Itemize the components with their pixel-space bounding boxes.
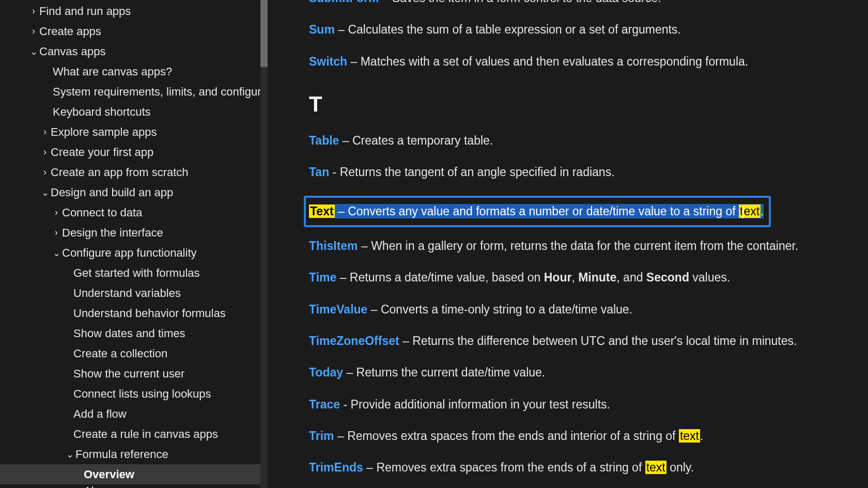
nav-item-label: Show dates and times	[72, 327, 185, 340]
nav-list: ›Find and run apps›Create apps⌄Canvas ap…	[0, 1, 268, 488]
nav-item-label: Add a flow	[72, 407, 127, 421]
entry-desc: – When in a gallery or form, returns the…	[358, 239, 799, 253]
fn-link-time[interactable]: Time	[309, 271, 336, 284]
fn-link-timevalue[interactable]: TimeValue	[309, 303, 367, 316]
highlight-text-trimends: text	[645, 461, 667, 474]
nav-item-label: Configure app functionality	[61, 246, 197, 260]
entry-text-selected: Text – Converts any value and formats a …	[304, 196, 771, 227]
nav-item[interactable]: ›Create apps	[0, 21, 268, 41]
chevron-right-icon[interactable]: ›	[40, 127, 50, 137]
nav-item[interactable]: What are canvas apps?	[0, 61, 268, 82]
chevron-right-icon[interactable]: ›	[29, 26, 38, 37]
nav-item[interactable]: Add a flow	[0, 404, 268, 424]
nav-item[interactable]: ›Create an app from scratch	[0, 162, 268, 182]
nav-item[interactable]: Show dates and times	[0, 323, 268, 343]
nav-item[interactable]: ›Create your first app	[0, 142, 268, 162]
nav-item[interactable]: Understand variables	[0, 283, 268, 303]
entry-text-selection: – Converts any value and formats a numbe…	[335, 204, 764, 218]
nav-item-label: Connect to data	[61, 206, 142, 219]
entry-desc: – Returns the difference between UTC and…	[399, 334, 797, 348]
fn-link-timezoneoffset[interactable]: TimeZoneOffset	[309, 334, 399, 348]
nav-item-label: Formula reference	[74, 448, 168, 461]
nav-item[interactable]: Abs	[0, 484, 268, 488]
nav-item-label: Show the current user	[72, 367, 184, 381]
nav-item[interactable]: ⌄Design and build an app	[0, 182, 268, 202]
sidebar-scroll[interactable]: ›Find and run apps›Create apps⌄Canvas ap…	[0, 1, 268, 488]
nav-item[interactable]: ⌄Formula reference	[0, 444, 268, 464]
chevron-down-icon[interactable]: ⌄	[40, 187, 50, 198]
entry-desc: – Converts a time-only string to a date/…	[367, 303, 632, 316]
entry-trim: Trim – Removes extra spaces from the end…	[309, 428, 853, 445]
fn-link-switch[interactable]: Switch	[309, 55, 347, 68]
entry-submitform: SubmitForm – Saves the item in a form co…	[309, 0, 853, 7]
entry-tan: Tan - Returns the tangent of an angle sp…	[309, 164, 853, 181]
nav-item[interactable]: Overview	[0, 464, 268, 484]
chevron-down-icon[interactable]: ⌄	[52, 247, 61, 259]
entry-today: Today – Returns the current date/time va…	[309, 364, 853, 381]
entry-thisitem: ThisItem – When in a gallery or form, re…	[309, 238, 853, 255]
nav-item[interactable]: ⌄Canvas apps	[0, 41, 268, 61]
nav-item-label: Canvas apps	[38, 45, 105, 58]
section-heading-t: T	[309, 92, 853, 117]
entry-desc: – Returns the current date/time value.	[343, 366, 545, 379]
entry-desc: – Matches with a set of values and then …	[347, 55, 748, 68]
fn-link-sum[interactable]: Sum	[309, 23, 335, 36]
fn-link-today[interactable]: Today	[309, 366, 343, 379]
nav-item[interactable]: ›Design the interface	[0, 223, 268, 243]
nav-item[interactable]: ›Connect to data	[0, 202, 268, 223]
entry-desc: – Saves the item in a form control to th…	[379, 0, 661, 5]
entry-desc: – Removes extra spaces from the ends and…	[334, 429, 704, 443]
chevron-right-icon[interactable]: ›	[52, 207, 61, 218]
nav-item-label: Create your first app	[50, 146, 153, 159]
nav-item[interactable]: Create a rule in canvas apps	[0, 424, 268, 444]
entry-switch: Switch – Matches with a set of values an…	[309, 53, 853, 70]
nav-item[interactable]: Connect lists using lookups	[0, 384, 268, 404]
nav-item[interactable]: Create a collection	[0, 343, 268, 364]
entry-trimends: TrimEnds – Removes extra spaces from the…	[309, 459, 853, 476]
nav-item-label: Create a rule in canvas apps	[72, 428, 218, 441]
chevron-right-icon[interactable]: ›	[29, 6, 38, 17]
nav-item[interactable]: System requirements, limits, and configu…	[0, 82, 268, 102]
nav-item[interactable]: Get started with formulas	[0, 263, 268, 283]
fn-link-tan[interactable]: Tan	[309, 165, 329, 179]
nav-item-label: Design and build an app	[50, 186, 173, 199]
nav-item-label: Get started with formulas	[72, 266, 200, 280]
sidebar-nav: ›Find and run apps›Create apps⌄Canvas ap…	[0, 0, 268, 488]
fn-link-trace[interactable]: Trace	[309, 398, 340, 411]
fn-link-table[interactable]: Table	[309, 134, 339, 147]
nav-item-label: Create an app from scratch	[50, 166, 189, 179]
chevron-down-icon[interactable]: ⌄	[29, 46, 38, 57]
chevron-right-icon[interactable]: ›	[40, 147, 50, 158]
fn-link-thisitem[interactable]: ThisItem	[309, 239, 358, 253]
nav-item[interactable]: ›Find and run apps	[0, 1, 268, 21]
nav-item-label: Keyboard shortcuts	[52, 105, 151, 119]
entry-desc: – Returns a date/time value, based on Ho…	[336, 271, 730, 284]
entry-sum: Sum – Calculates the sum of a table expr…	[309, 21, 853, 38]
sidebar-scrollbar-track[interactable]	[260, 0, 268, 488]
chevron-right-icon[interactable]: ›	[52, 227, 61, 238]
chevron-right-icon[interactable]: ›	[40, 167, 50, 178]
nav-item-label: System requirements, limits, and configu…	[52, 85, 268, 99]
nav-item-label: Connect lists using lookups	[72, 387, 211, 401]
nav-item-label: Understand behavior formulas	[72, 307, 226, 320]
nav-item-label: Create a collection	[72, 347, 167, 360]
nav-item-label: Explore sample apps	[50, 125, 157, 139]
sidebar-scrollbar-thumb[interactable]	[260, 0, 268, 67]
nav-item-label: Abs	[83, 484, 103, 488]
entry-desc: – Calculates the sum of a table expressi…	[335, 23, 681, 36]
nav-item[interactable]: Show the current user	[0, 364, 268, 384]
fn-link-text[interactable]: Text	[309, 204, 335, 218]
nav-item[interactable]: ›Explore sample apps	[0, 122, 268, 142]
fn-link-submitform[interactable]: SubmitForm	[309, 0, 379, 5]
fn-link-trim[interactable]: Trim	[309, 429, 334, 443]
highlight-text-trim: text	[679, 429, 700, 443]
chevron-down-icon[interactable]: ⌄	[65, 449, 74, 460]
nav-item[interactable]: ⌄Configure app functionality	[0, 243, 268, 263]
entry-timezoneoffset: TimeZoneOffset – Returns the difference …	[309, 333, 853, 350]
nav-item-label: Create apps	[38, 25, 101, 38]
nav-item-label: Overview	[83, 468, 134, 481]
nav-item[interactable]: Understand behavior formulas	[0, 303, 268, 323]
nav-item-label: Understand variables	[72, 287, 181, 300]
fn-link-trimends[interactable]: TrimEnds	[309, 461, 363, 474]
nav-item[interactable]: Keyboard shortcuts	[0, 102, 268, 122]
